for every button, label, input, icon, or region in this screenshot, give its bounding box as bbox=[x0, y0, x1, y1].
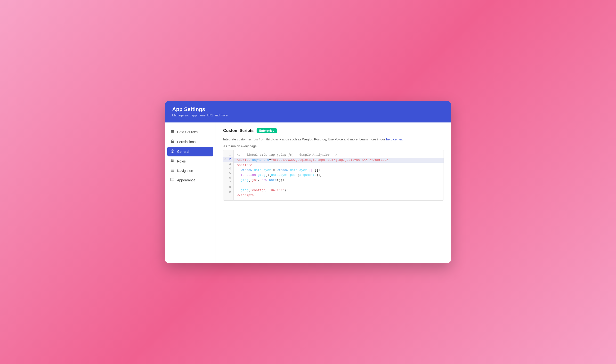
app-window: App Settings Manage your app name, URL a… bbox=[165, 101, 451, 263]
sidebar-label-permissions: Permissions bbox=[177, 140, 195, 144]
code-line-3: <script> bbox=[237, 163, 440, 168]
navigation-icon bbox=[170, 169, 175, 173]
code-line-7 bbox=[237, 183, 440, 188]
roles-icon bbox=[170, 159, 175, 163]
sidebar-item-appearance[interactable]: Appearance bbox=[165, 175, 216, 185]
code-line-1: <!-- Global site tag (gtag.js) - Google … bbox=[237, 153, 440, 158]
help-center-link[interactable]: help center. bbox=[386, 138, 403, 141]
code-editor[interactable]: 1 2 3 4 5 6 7 8 9 <!-- Global site tag (… bbox=[223, 150, 444, 201]
sidebar-label-roles: Roles bbox=[177, 159, 186, 163]
code-line-8: gtag('config', 'UA-XXX'); bbox=[237, 188, 440, 193]
body-layout: Data Sources Permissions bbox=[165, 122, 451, 263]
code-lines: 1 2 3 4 5 6 7 8 9 <!-- Global site tag (… bbox=[223, 150, 444, 200]
line-num-8: 8 bbox=[223, 185, 233, 190]
line-num-5: 5 bbox=[223, 171, 233, 176]
svg-rect-2 bbox=[171, 132, 174, 133]
enterprise-badge: Enterprise bbox=[257, 128, 277, 133]
sidebar-item-roles[interactable]: Roles bbox=[165, 156, 216, 166]
line-num-6: 6 bbox=[223, 176, 233, 181]
svg-point-4 bbox=[172, 151, 173, 152]
svg-point-6 bbox=[173, 160, 174, 161]
sidebar-label-navigation: Navigation bbox=[177, 169, 193, 173]
section-header: Custom Scripts Enterprise bbox=[223, 128, 444, 133]
code-line-4: window.dataLayer = window.dataLayer || [… bbox=[237, 168, 440, 173]
line-num-1: 1 bbox=[223, 153, 233, 157]
code-line-9: </script> bbox=[237, 193, 440, 198]
sidebar-label-general: General bbox=[177, 150, 189, 154]
header: App Settings Manage your app name, URL a… bbox=[165, 101, 451, 122]
sidebar-item-data-sources[interactable]: Data Sources bbox=[165, 127, 216, 137]
sidebar: Data Sources Permissions bbox=[165, 122, 216, 263]
sidebar-label-appearance: Appearance bbox=[177, 178, 195, 182]
svg-rect-8 bbox=[171, 170, 174, 170]
lock-icon bbox=[170, 139, 175, 144]
page-title: App Settings bbox=[172, 106, 444, 113]
sidebar-label-data-sources: Data Sources bbox=[177, 130, 198, 134]
sidebar-item-general[interactable]: General bbox=[167, 147, 213, 156]
gear-icon bbox=[170, 149, 175, 154]
svg-rect-11 bbox=[171, 181, 173, 182]
line-numbers: 1 2 3 4 5 6 7 8 9 bbox=[223, 150, 233, 200]
code-line-5: function gtag(){dataLayer.push(arguments… bbox=[237, 173, 440, 178]
line-num-7: 7 bbox=[223, 181, 233, 185]
line-num-2: 2 bbox=[223, 157, 233, 162]
svg-rect-7 bbox=[171, 169, 174, 169]
sidebar-item-navigation[interactable]: Navigation bbox=[165, 166, 216, 175]
code-line-2: <script async src="https://www.googletag… bbox=[233, 158, 444, 163]
database-icon bbox=[170, 130, 175, 134]
sidebar-item-permissions[interactable]: Permissions bbox=[165, 137, 216, 147]
svg-rect-3 bbox=[171, 141, 174, 143]
description: Integrate custom scripts from third-part… bbox=[223, 137, 444, 142]
section-title: Custom Scripts bbox=[223, 128, 254, 133]
page-subtitle: Manage your app name, URL and more. bbox=[172, 114, 444, 117]
code-content[interactable]: <!-- Global site tag (gtag.js) - Google … bbox=[233, 150, 444, 200]
line-num-9: 9 bbox=[223, 190, 233, 195]
main-content: Custom Scripts Enterprise Integrate cust… bbox=[216, 122, 451, 263]
svg-point-5 bbox=[171, 159, 173, 161]
code-label: JS to run on every page bbox=[223, 144, 444, 148]
line-num-4: 4 bbox=[223, 167, 233, 171]
svg-rect-10 bbox=[171, 178, 174, 181]
svg-rect-0 bbox=[171, 130, 174, 131]
code-line-6: gtag('js', new Date()); bbox=[237, 178, 440, 183]
svg-rect-9 bbox=[171, 171, 174, 172]
line-num-3: 3 bbox=[223, 162, 233, 167]
svg-rect-1 bbox=[171, 131, 174, 132]
appearance-icon bbox=[170, 178, 175, 182]
